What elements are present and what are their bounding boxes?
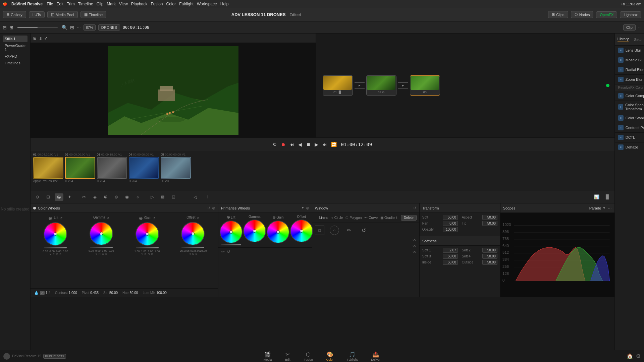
color-icon-13[interactable]: ⊡ bbox=[169, 193, 178, 201]
color-icon-11[interactable]: ▷ bbox=[148, 193, 157, 201]
nav-fairlight[interactable]: 🎵 Fairlight bbox=[347, 351, 358, 361]
reset-icon[interactable]: ↺ bbox=[207, 206, 211, 210]
lift-slider[interactable] bbox=[44, 247, 67, 248]
color-icon-1[interactable]: ⊙ bbox=[33, 193, 42, 201]
settings-icon[interactable]: ⚙ bbox=[636, 353, 641, 359]
menu-workspace[interactable]: Workspace bbox=[197, 2, 217, 6]
play-back-btn[interactable]: ◀ bbox=[298, 142, 302, 147]
color-icon-8[interactable]: ⊛ bbox=[112, 193, 121, 201]
lift-wheel[interactable] bbox=[44, 222, 67, 246]
soft2-val[interactable]: 50.00 bbox=[482, 248, 497, 253]
gamma-slider[interactable] bbox=[90, 247, 113, 248]
menu-edit[interactable]: Edit bbox=[57, 2, 64, 6]
window-reset-icon[interactable]: ↺ bbox=[413, 206, 417, 210]
menu-timeline[interactable]: Timeline bbox=[78, 2, 93, 6]
menu-trim[interactable]: Trim bbox=[67, 2, 75, 6]
skip-back-btn[interactable]: ⏮ bbox=[289, 142, 294, 147]
square-shape-btn[interactable]: □ bbox=[315, 226, 324, 235]
grid-icon[interactable]: ⊞ bbox=[70, 25, 74, 30]
prim-pen-icon[interactable]: ✏ bbox=[221, 249, 225, 254]
scopes-more-icon[interactable]: ··· bbox=[608, 205, 612, 211]
prim-lift-slider[interactable] bbox=[221, 244, 241, 245]
mosaic-blur-item[interactable]: ≡ Mosaic Blur bbox=[615, 55, 644, 65]
skip-fwd-btn[interactable]: ⏭ bbox=[322, 142, 327, 147]
menu-fusion[interactable]: Fusion bbox=[151, 2, 163, 6]
color-icon-10[interactable]: ⟐ bbox=[133, 193, 142, 201]
menu-mark[interactable]: Mark bbox=[107, 2, 116, 6]
stop-btn[interactable]: ⏹ bbox=[306, 142, 311, 147]
pen-shape-btn[interactable]: ✏ bbox=[344, 226, 354, 235]
scopes-mode[interactable]: Parade bbox=[589, 206, 601, 210]
inside-val[interactable]: 50.00 bbox=[443, 260, 458, 265]
sidebar-item-stills1[interactable]: Stills 1 bbox=[3, 36, 28, 42]
node-03[interactable]: 03 bbox=[410, 75, 440, 96]
nav-deliver[interactable]: 📤 Deliver bbox=[371, 351, 380, 361]
gain-wheel[interactable] bbox=[136, 222, 159, 246]
nodes-btn[interactable]: ⬡ Nodes bbox=[571, 11, 594, 18]
prim-gamma-wheel[interactable] bbox=[243, 220, 266, 242]
offset-reset-icon[interactable]: ↺ bbox=[197, 216, 200, 220]
scopes-dropdown-icon[interactable]: ▼ bbox=[602, 206, 606, 210]
dctl-item[interactable]: ≡ DCTL bbox=[615, 133, 644, 142]
opacity-val[interactable]: 100.00 bbox=[443, 227, 458, 232]
circle-shape-btn[interactable]: ○ bbox=[330, 226, 339, 235]
outside-val[interactable]: 50.00 bbox=[482, 260, 497, 265]
media-pool-btn[interactable]: ◫ Media Pool bbox=[47, 11, 78, 18]
nav-color[interactable]: 🎨 Color bbox=[326, 351, 334, 361]
prim-gain-plus[interactable]: ⊕ bbox=[272, 215, 276, 220]
lift-plus-icon[interactable]: ⊕ bbox=[48, 216, 52, 221]
preview-expand-icon[interactable]: ⤢ bbox=[44, 36, 48, 41]
color-icon-9[interactable]: ◉ bbox=[123, 193, 131, 201]
linear-window-btn[interactable]: — Linear bbox=[315, 216, 329, 220]
radial-blur-item[interactable]: ≡ Radial Blur bbox=[615, 65, 644, 75]
prim-lift-plus[interactable]: ⊕ bbox=[227, 215, 230, 220]
clip-name[interactable]: DRONES bbox=[98, 24, 120, 31]
menu-playback[interactable]: Playback bbox=[131, 2, 148, 6]
lightbox-btn[interactable]: Lightbox bbox=[620, 11, 641, 18]
aspect-val[interactable]: 50.00 bbox=[443, 215, 458, 220]
bars-icon[interactable]: ▉ bbox=[603, 193, 612, 201]
gradient-window-btn[interactable]: ▦ Gradient bbox=[380, 216, 397, 220]
luts-btn[interactable]: LUTs bbox=[29, 11, 45, 18]
record-btn[interactable]: ⏺ bbox=[281, 142, 285, 147]
tilt-val[interactable]: 50.00 bbox=[482, 221, 497, 226]
scope-icon[interactable]: 📊 bbox=[592, 193, 601, 201]
soft1-val[interactable]: 2.07 bbox=[443, 248, 458, 253]
soft4-val[interactable]: 50.00 bbox=[482, 254, 497, 259]
prim-offset-wheel[interactable] bbox=[290, 220, 313, 242]
tip-val[interactable]: 50.00 bbox=[482, 215, 497, 220]
color-icon-2[interactable]: ⊞ bbox=[44, 193, 53, 201]
menu-clip[interactable]: Clip bbox=[97, 2, 104, 6]
prim-curve-icon[interactable]: ↺ bbox=[227, 249, 230, 254]
color-icon-5[interactable]: ✂ bbox=[80, 193, 89, 201]
menu-color[interactable]: Color bbox=[166, 2, 176, 6]
nav-edit[interactable]: ✂ Edit bbox=[285, 351, 290, 361]
color-icon-16[interactable]: ⊣ bbox=[202, 193, 210, 201]
sidebar-item-fxphd[interactable]: FXPHD bbox=[3, 53, 28, 60]
offset-wheel[interactable] bbox=[181, 222, 205, 245]
color-icon-12[interactable]: ⊠ bbox=[159, 193, 167, 201]
eye-icon-2[interactable]: 👁 bbox=[413, 244, 417, 248]
sidebar-item-powergrade[interactable]: PowerGrade 1 bbox=[3, 42, 28, 53]
menu-help[interactable]: Help bbox=[220, 2, 229, 6]
more-icon[interactable]: ⊕ bbox=[212, 206, 215, 210]
preview-grid-icon[interactable]: ◫ bbox=[39, 36, 42, 41]
preview-icon[interactable]: ⊞ bbox=[33, 36, 37, 41]
gallery-btn[interactable]: ⊞ Gallery bbox=[3, 11, 26, 18]
offset-slider[interactable] bbox=[181, 247, 204, 248]
circle-window-btn[interactable]: ○ Circle bbox=[331, 216, 343, 220]
clips-btn[interactable]: ⊞ Clips bbox=[548, 11, 568, 18]
eyedropper-icon[interactable]: 💧 bbox=[34, 291, 39, 295]
prim-gain-wheel[interactable] bbox=[267, 221, 289, 243]
node-02[interactable]: 02 ⊙ bbox=[366, 75, 396, 96]
color-icon-6[interactable]: ◈ bbox=[91, 193, 99, 201]
loop-btn[interactable]: ↻ bbox=[273, 142, 277, 147]
settings-tab[interactable]: Settings bbox=[634, 38, 644, 42]
color-icon-15[interactable]: ◁ bbox=[191, 193, 200, 201]
zoom-selector[interactable]: 87% bbox=[84, 24, 96, 31]
curve-window-btn[interactable]: 〜 Curve bbox=[364, 216, 378, 220]
lens-blur-item[interactable]: ≡ Lens Blur bbox=[615, 46, 644, 55]
curve-shape-btn[interactable]: ↺ bbox=[359, 226, 369, 235]
contrast-pop-item[interactable]: ≡ Contrast Pop bbox=[615, 123, 644, 133]
openfx-btn[interactable]: OpenFX bbox=[596, 11, 617, 18]
